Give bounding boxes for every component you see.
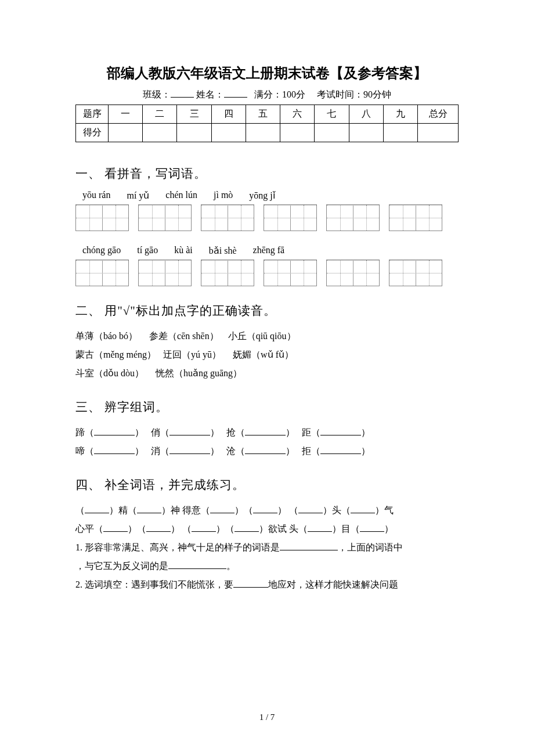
score-cell[interactable]	[418, 124, 459, 142]
char-box[interactable]	[138, 260, 192, 286]
txt: ）（	[216, 524, 234, 534]
answer-blank[interactable]	[94, 426, 135, 435]
score-cell[interactable]	[315, 124, 349, 142]
score-cell[interactable]	[143, 124, 177, 142]
col-header: 五	[246, 105, 280, 124]
txt: 1. 形容非常满足、高兴，神气十足的样子的词语是	[75, 542, 280, 552]
char-box[interactable]	[75, 204, 129, 231]
phonetic-line: 蒙古（měng méng） 迂回（yú yū） 妩媚（wǔ fǔ）	[75, 345, 459, 364]
col-header: 三	[177, 105, 211, 124]
txt: 地应对，这样才能快速解决问题	[268, 579, 398, 589]
section-1-heading: 一、 看拼音，写词语。	[75, 165, 459, 182]
txt: ）精（	[109, 505, 137, 515]
txt: ，与它互为反义词的是	[75, 561, 168, 571]
question-line: ，与它互为反义词的是。	[75, 557, 459, 575]
section-3-heading: 三、 辨字组词。	[75, 399, 459, 415]
answer-blank[interactable]	[308, 523, 332, 532]
pinyin-item: bǎi shè	[209, 245, 237, 256]
pinyin-item: kù ài	[174, 245, 193, 256]
char-box[interactable]	[201, 260, 254, 286]
answer-blank[interactable]	[280, 541, 338, 550]
answer-blank[interactable]	[103, 523, 128, 532]
phonetic-item: 恍然（huǎng guāng）	[156, 368, 242, 378]
idiom-line: （）精（）神 得意（）（） （）头（）气	[75, 501, 459, 520]
char-boxes-row	[75, 204, 459, 231]
answer-blank[interactable]	[192, 523, 216, 532]
txt: ）	[384, 524, 394, 534]
char-box[interactable]	[326, 260, 380, 286]
char-box[interactable]	[75, 260, 129, 286]
char-box[interactable]	[264, 260, 317, 286]
meta-line: 班级： 姓名： 满分：100分 考试时间：90分钟	[75, 88, 459, 101]
phonetic-item: 参差（cēn shēn）	[149, 331, 219, 341]
char-box[interactable]	[389, 260, 442, 286]
txt: ）目（	[332, 524, 360, 534]
char: 距	[302, 427, 311, 437]
pinyin-item: chén lún	[165, 190, 197, 201]
char: 消	[151, 446, 160, 456]
score-cell[interactable]	[177, 124, 211, 142]
answer-blank[interactable]	[210, 504, 234, 513]
score-cell[interactable]	[280, 124, 315, 142]
answer-blank[interactable]	[169, 426, 210, 435]
answer-blank[interactable]	[146, 523, 171, 532]
col-header: 七	[315, 105, 349, 124]
phonetic-item: 单薄（báo bó）	[75, 331, 138, 341]
pinyin-item: zhēng fā	[253, 245, 285, 256]
answer-blank[interactable]	[94, 445, 135, 454]
name-blank[interactable]	[224, 88, 247, 98]
class-blank[interactable]	[171, 88, 194, 98]
answer-blank[interactable]	[253, 504, 277, 513]
pinyin-item: tí gāo	[137, 245, 158, 256]
answer-blank[interactable]	[233, 578, 268, 588]
col-header: 四	[211, 105, 246, 124]
phonetic-item: 迂回（yú yū）	[163, 350, 221, 359]
section-3-body: 蹄（） 俏（） 抢（） 距（） 啼（） 消（） 沧（） 拒（）	[75, 423, 459, 460]
score-cell[interactable]	[246, 124, 280, 142]
char-box[interactable]	[138, 204, 192, 231]
char-box[interactable]	[326, 204, 380, 231]
txt: ） （	[277, 505, 298, 515]
col-header: 二	[143, 105, 177, 124]
answer-blank[interactable]	[320, 445, 361, 454]
txt: 心平（	[75, 524, 103, 534]
answer-blank[interactable]	[137, 504, 161, 513]
txt: ，上面的词语中	[338, 542, 403, 552]
txt: ）欲试 头（	[259, 524, 308, 534]
answer-blank[interactable]	[245, 445, 286, 454]
score-cell[interactable]	[109, 124, 143, 142]
row-header: 得分	[76, 124, 109, 142]
txt: 2. 选词填空：遇到事我们不能慌张，要	[75, 579, 233, 589]
table-row: 题序 一 二 三 四 五 六 七 八 九 总分	[76, 105, 459, 124]
char-box[interactable]	[389, 204, 442, 231]
txt: ）气	[375, 505, 394, 515]
total-header: 总分	[418, 105, 459, 124]
pinyin-row-1: yōu rán mí yǔ chén lún jì mò yōng jǐ	[82, 190, 459, 201]
answer-blank[interactable]	[169, 445, 210, 454]
phonetic-item: 斗室（dǒu dòu）	[75, 368, 144, 378]
page-number: 1 / 7	[0, 712, 534, 722]
score-cell[interactable]	[349, 124, 383, 142]
score-cell[interactable]	[211, 124, 246, 142]
name-label: 姓名：	[196, 89, 224, 99]
char-box[interactable]	[264, 204, 317, 231]
answer-blank[interactable]	[351, 504, 375, 513]
phonetic-line: 单薄（báo bó） 参差（cēn shēn） 小丘（qiū qiōu）	[75, 327, 459, 345]
pinyin-row-2: chóng gāo tí gāo kù ài bǎi shè zhēng fā	[82, 245, 459, 256]
answer-blank[interactable]	[245, 426, 286, 435]
answer-blank[interactable]	[234, 523, 259, 532]
score-table: 题序 一 二 三 四 五 六 七 八 九 总分 得分	[75, 105, 459, 142]
answer-blank[interactable]	[360, 523, 384, 532]
score-cell[interactable]	[383, 124, 417, 142]
answer-blank[interactable]	[168, 560, 226, 569]
answer-blank[interactable]	[85, 504, 109, 513]
col-header: 八	[349, 105, 383, 124]
exam-page: 部编人教版六年级语文上册期末试卷【及参考答案】 班级： 姓名： 满分：100分 …	[0, 0, 534, 756]
answer-blank[interactable]	[298, 504, 323, 513]
txt: （	[75, 505, 85, 515]
answer-blank[interactable]	[320, 426, 361, 435]
char: 拒	[302, 446, 311, 456]
char-box[interactable]	[201, 204, 254, 231]
row-header: 题序	[76, 105, 109, 124]
table-row: 得分	[76, 124, 459, 142]
